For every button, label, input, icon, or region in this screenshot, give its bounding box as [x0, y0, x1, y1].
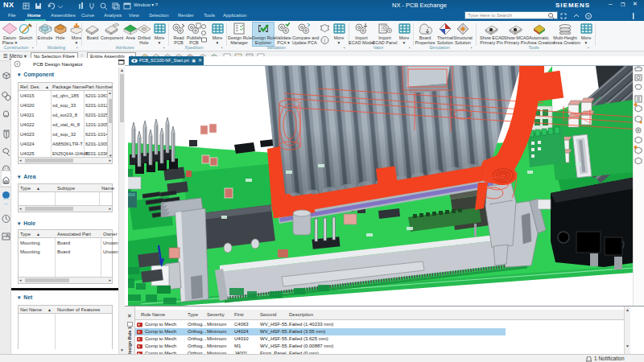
svg-text:i: i [324, 38, 325, 43]
svg-text:?: ? [588, 14, 590, 19]
